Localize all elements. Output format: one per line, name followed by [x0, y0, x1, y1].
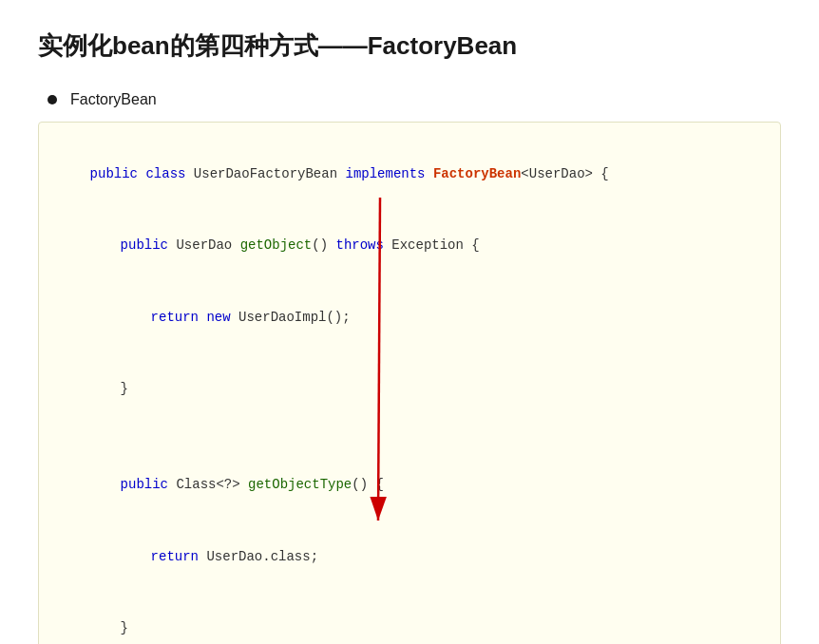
generic-userdao: <UserDao> { — [521, 166, 608, 181]
class-name: UserDaoFactoryBean — [194, 166, 346, 181]
bullet-item-factorybean: FactoryBean — [48, 91, 781, 108]
get-object-type-method: getObjectType — [248, 477, 352, 492]
throws-keyword: throws — [335, 237, 383, 253]
paren2: () { — [352, 477, 384, 492]
userdao-class: UserDao.class; — [206, 549, 318, 564]
kw-return2: return — [151, 549, 207, 564]
kw-public3: public — [121, 477, 177, 492]
bullet-dot-1 — [48, 95, 57, 104]
java-code-block: public class UserDaoFactoryBean implemen… — [38, 122, 781, 644]
code-line-4: } — [88, 353, 761, 426]
class-type: Class<?> — [176, 477, 248, 492]
close-brace-1: } — [121, 381, 128, 396]
kw-new: new — [206, 310, 238, 325]
kw-implements: implements — [345, 166, 432, 181]
new-userdaoimpl: UserDaoImpl(); — [238, 310, 351, 325]
code-line-8: } — [88, 593, 761, 644]
kw-public: public — [90, 166, 146, 181]
get-object-method: getObject — [240, 237, 313, 253]
kw-return: return — [151, 310, 207, 325]
exception-text: Exception { — [384, 237, 480, 253]
factory-bean-class: FactoryBean — [433, 166, 521, 181]
kw-public2: public — [121, 237, 177, 253]
close-brace-2: } — [121, 620, 128, 635]
return-type: UserDao — [176, 237, 239, 253]
bullet-label-1: FactoryBean — [70, 91, 157, 108]
page-title: 实例化bean的第四种方式——FactoryBean — [38, 28, 781, 63]
code-line-2: public UserDao getObject() throws Except… — [88, 210, 761, 282]
code-line-7: return UserDao.class; — [119, 521, 761, 593]
kw-class: class — [145, 166, 193, 181]
code-line-1: public class UserDaoFactoryBean implemen… — [58, 138, 761, 210]
paren1: () — [312, 237, 335, 253]
code-line-6: public Class<?> getObjectType() { — [88, 449, 761, 521]
code-line-3: return new UserDaoImpl(); — [119, 282, 761, 354]
code-line-5 — [58, 426, 761, 449]
